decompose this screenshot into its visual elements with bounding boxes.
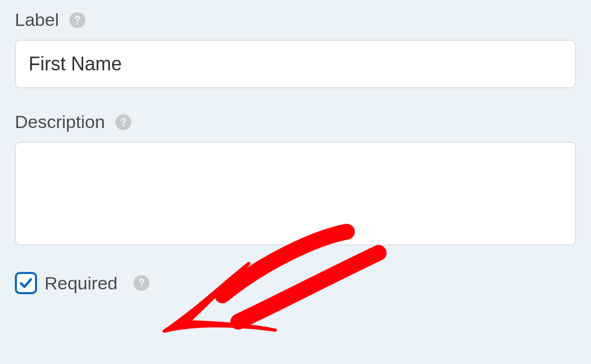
label-field-header: Label: [15, 10, 576, 30]
label-field-title: Label: [15, 10, 59, 30]
help-icon[interactable]: [133, 275, 149, 291]
svg-point-1: [77, 22, 78, 24]
arrow-annotation: [159, 232, 387, 359]
required-checkbox[interactable]: [15, 272, 37, 294]
required-checkbox-row: Required: [15, 272, 576, 294]
description-textarea[interactable]: [15, 142, 576, 245]
help-icon[interactable]: [69, 12, 85, 28]
help-icon[interactable]: [115, 114, 131, 130]
description-field-group: Description: [15, 112, 576, 248]
required-checkbox-label: Required: [44, 273, 118, 294]
description-field-header: Description: [15, 112, 576, 132]
label-field-group: Label: [15, 10, 576, 88]
label-input[interactable]: [15, 40, 576, 88]
description-field-title: Description: [15, 112, 105, 132]
svg-point-3: [122, 124, 124, 126]
svg-point-5: [140, 286, 142, 287]
